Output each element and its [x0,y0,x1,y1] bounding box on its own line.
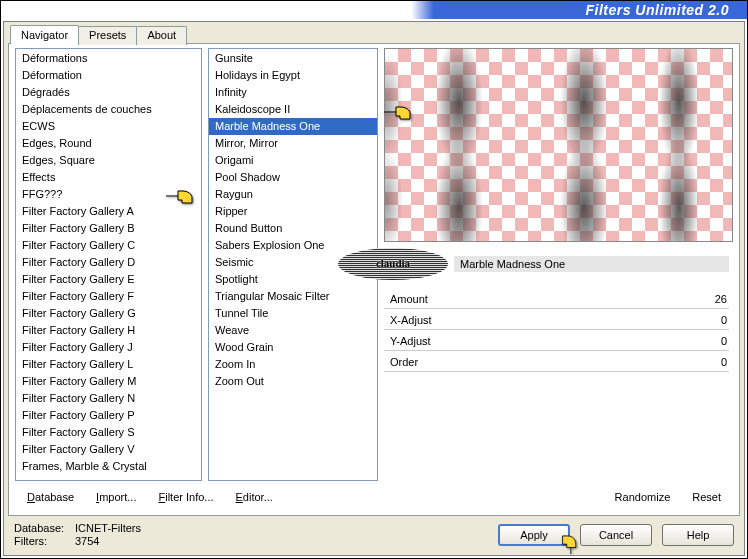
category-item[interactable]: Filter Factory Gallery M [16,373,201,390]
filter-item[interactable]: Holidays in Egypt [209,67,377,84]
reset-link[interactable]: Reset [686,489,727,505]
filter-item[interactable]: Pool Shadow [209,169,377,186]
tab-content: DéformationsDéformationDégradésDéplaceme… [8,43,740,516]
param-name: Order [390,356,687,368]
status-db-label: Database: [14,522,69,534]
help-button[interactable]: Help [662,524,734,546]
author-logo-text: claudia [338,257,448,269]
category-list[interactable]: DéformationsDéformationDégradésDéplaceme… [15,48,202,481]
main-panel: Navigator Presets About DéformationsDéfo… [3,21,745,556]
category-item[interactable]: Filter Factory Gallery G [16,305,201,322]
category-item[interactable]: Filter Factory Gallery L [16,356,201,373]
filter-item[interactable]: Wood Grain [209,339,377,356]
param-value: 26 [687,293,727,305]
filter-name-row: claudia Marble Madness One [384,248,729,280]
current-filter-name: Marble Madness One [454,256,729,272]
status-block: Database:ICNET-Filters Filters:3754 [14,522,141,547]
filter-item[interactable]: Ripper [209,203,377,220]
category-item[interactable]: Filter Factory Gallery C [16,237,201,254]
category-item[interactable]: Filter Factory Gallery V [16,441,201,458]
tab-about[interactable]: About [136,26,187,45]
category-item[interactable]: Effects [16,169,201,186]
param-value: 0 [687,356,727,368]
filter-item[interactable]: Marble Madness One [209,118,377,135]
panes: DéformationsDéformationDégradésDéplaceme… [9,44,739,481]
category-item[interactable]: Déformations [16,50,201,67]
category-item[interactable]: FFG??? [16,186,201,203]
category-item[interactable]: Filter Factory Gallery S [16,424,201,441]
filter-item[interactable]: Origami [209,152,377,169]
category-item[interactable]: Déformation [16,67,201,84]
category-item[interactable]: Filter Factory Gallery J [16,339,201,356]
editor-link[interactable]: Editor... [230,489,279,505]
status-db-value: ICNET-Filters [75,522,141,534]
title-bar: Filters Unlimited 2.0 [1,1,747,19]
right-panel: claudia Marble Madness One Amount26X-Adj… [384,48,733,481]
param-name: Y-Adjust [390,335,687,347]
param-row[interactable]: X-Adjust0 [384,311,729,330]
param-name: Amount [390,293,687,305]
filter-item[interactable]: Mirror, Mirror [209,135,377,152]
category-item[interactable]: Filter Factory Gallery E [16,271,201,288]
category-item[interactable]: Filter Factory Gallery H [16,322,201,339]
filter-item[interactable]: Infinity [209,84,377,101]
param-row[interactable]: Amount26 [384,290,729,309]
status-filters-value: 3754 [75,535,99,547]
import-link[interactable]: Import... [90,489,142,505]
param-value: 0 [687,314,727,326]
link-button-row: Database Import... Filter Info... Editor… [9,481,739,515]
status-filters-label: Filters: [14,535,69,547]
filter-preview [384,48,733,242]
filter-item[interactable]: Round Button [209,220,377,237]
filter-item[interactable]: Gunsite [209,50,377,67]
tab-presets[interactable]: Presets [78,26,137,45]
param-row[interactable]: Order0 [384,353,729,372]
category-item[interactable]: Déplacements de couches [16,101,201,118]
category-item[interactable]: Filter Factory Gallery N [16,390,201,407]
filter-item[interactable]: Zoom Out [209,373,377,390]
param-name: X-Adjust [390,314,687,326]
author-logo: claudia [338,248,448,280]
category-item[interactable]: Filter Factory Gallery D [16,254,201,271]
filter-item[interactable]: Tunnel Tile [209,305,377,322]
cancel-button[interactable]: Cancel [580,524,652,546]
app-title: Filters Unlimited 2.0 [585,2,729,18]
category-item[interactable]: Dégradés [16,84,201,101]
randomize-link[interactable]: Randomize [609,489,677,505]
category-item[interactable]: ECWS [16,118,201,135]
filter-item[interactable]: Triangular Mosaic Filter [209,288,377,305]
filter-item[interactable]: Raygun [209,186,377,203]
filter-info-link[interactable]: Filter Info... [152,489,219,505]
param-value: 0 [687,335,727,347]
database-link[interactable]: Database [21,489,80,505]
category-item[interactable]: Filter Factory Gallery F [16,288,201,305]
category-item[interactable]: Edges, Square [16,152,201,169]
filter-item[interactable]: Zoom In [209,356,377,373]
param-row[interactable]: Y-Adjust0 [384,332,729,351]
parameter-list: Amount26X-Adjust0Y-Adjust0Order0 [384,290,733,372]
category-item[interactable]: Filter Factory Gallery B [16,220,201,237]
bottom-bar: Database:ICNET-Filters Filters:3754 Appl… [4,516,744,555]
tab-strip: Navigator Presets About [10,24,744,43]
category-item[interactable]: Edges, Round [16,135,201,152]
window-root: Filters Unlimited 2.0 Navigator Presets … [0,0,748,559]
category-item[interactable]: Frames, Marble & Crystal [16,458,201,475]
category-item[interactable]: Filter Factory Gallery A [16,203,201,220]
category-item[interactable]: Filter Factory Gallery P [16,407,201,424]
filter-item[interactable]: Weave [209,322,377,339]
tab-navigator[interactable]: Navigator [10,25,79,44]
filter-item[interactable]: Kaleidoscope II [209,101,377,118]
apply-button[interactable]: Apply [498,524,570,546]
